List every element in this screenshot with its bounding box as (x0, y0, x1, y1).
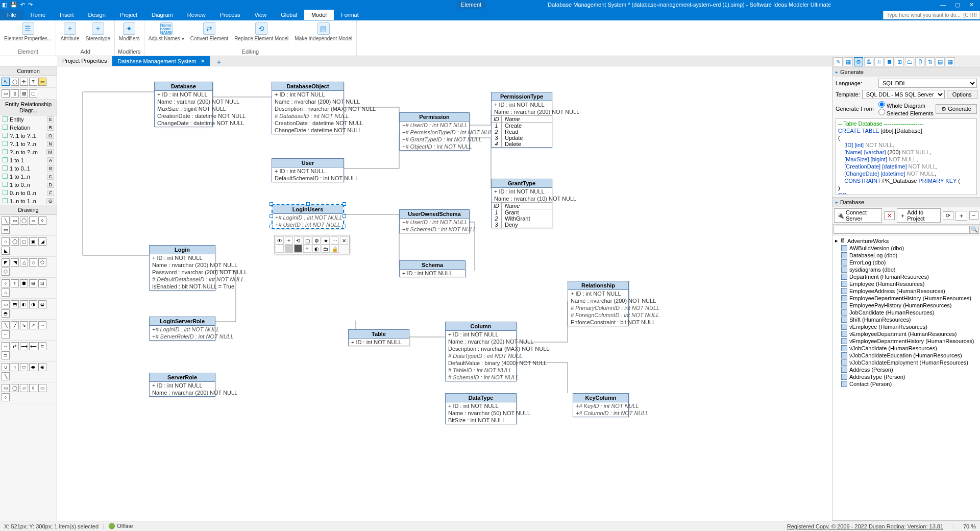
drawing-tool-icon[interactable]: ← (2, 330, 10, 339)
entity-serverrole[interactable]: ServerRole+ ID : int NOT NULLName : nvar… (149, 373, 215, 397)
close-icon[interactable]: ✕ (969, 2, 974, 8)
tab-insert[interactable]: Insert (53, 10, 81, 20)
toolbox-item[interactable]: 1..n to 1..nG (0, 197, 57, 205)
drawing-tool-icon[interactable]: ⊃ (2, 351, 10, 359)
tree-item[interactable]: Employee (HumanResources) (834, 280, 978, 287)
tree-item[interactable]: Contact (Person) (834, 380, 978, 388)
drawing-tool-icon[interactable]: ◢ (38, 237, 46, 246)
drawing-tool-icon[interactable]: ↔ (2, 342, 10, 350)
drawing-tool-icon[interactable]: ⟵ (29, 342, 37, 350)
entity-database[interactable]: Database+ ID : int NOT NULLName : varcha… (154, 82, 213, 127)
drawing-tool-icon[interactable]: ◥ (11, 258, 19, 267)
drawing-tool-icon[interactable]: ◤ (2, 258, 10, 267)
toolbox-item[interactable]: EntityE (0, 115, 57, 124)
mini-tool-icon[interactable]: ⋯ (331, 236, 339, 245)
stereotype-button[interactable]: ＋Stereotype (85, 21, 111, 42)
tab-home[interactable]: Home (23, 10, 53, 20)
entity-datatype[interactable]: DataType+ ID : int NOT NULLName : nvarch… (445, 393, 517, 424)
tree-item[interactable]: vEmployeeDepartment (HumanResources) (834, 330, 978, 337)
drawing-tool-icon[interactable]: ∪ (2, 363, 10, 371)
tree-item[interactable]: ErrorLog (dbo) (834, 259, 978, 266)
attribute-button[interactable]: ＋Attribute (59, 21, 80, 42)
tree-item[interactable]: Department (HumanResources) (834, 273, 978, 280)
entity-login[interactable]: Login+ ID : int NOT NULLName : nvarchar … (149, 245, 215, 291)
tree-item[interactable]: DatabaseLog (dbo) (834, 252, 978, 259)
mini-tool-icon[interactable] (285, 245, 293, 253)
drawing-tool-icon[interactable]: ⊡ (38, 279, 46, 287)
mini-tool-icon[interactable]: ＋ (285, 236, 293, 245)
entity-permtype[interactable]: PermissionType+ ID : int NOT NULLName : … (491, 92, 552, 148)
entity-dbobject[interactable]: DatabaseObject+ ID : int NOT NULLName : … (272, 82, 344, 134)
entity-loginserverrole[interactable]: LoginServerRole+# LoginID : int NOT NULL… (149, 317, 215, 341)
mini-tool-icon[interactable]: ⚙ (312, 236, 321, 245)
language-select[interactable]: SQL DDL (878, 79, 977, 88)
diagram-canvas[interactable]: Database+ ID : int NOT NULLName : varcha… (57, 66, 832, 521)
add-to-project-button[interactable]: ＋Add to Project (897, 208, 940, 223)
tree-item[interactable]: vEmployee (HumanResources) (834, 323, 978, 330)
maximize-icon[interactable]: ▢ (955, 2, 960, 8)
tab-diagram[interactable]: Diagram (144, 10, 180, 20)
toolbox-item[interactable]: 0..n to 0..nF (0, 189, 57, 197)
drawing-tool-icon[interactable]: △ (20, 258, 28, 267)
mini-close-icon[interactable]: ✕ (340, 236, 348, 245)
entity-loginusers[interactable]: LoginUsers+# LoginID : int NOT NULL+# Us… (272, 204, 344, 229)
db-search-button[interactable]: 🔍 (970, 226, 979, 234)
drawing-tool-icon[interactable]: ◯ (11, 237, 19, 246)
tree-item[interactable]: EmployeeDepartmentHistory (HumanResource… (834, 295, 978, 302)
drawing-tool-icon[interactable]: ▭ (2, 226, 10, 234)
tree-item[interactable]: EmployeePayHistory (HumanResources) (834, 302, 978, 309)
tree-item[interactable]: vEmployeeDepartmentHistory (HumanResourc… (834, 337, 978, 345)
tool-note-icon[interactable]: ▭ (38, 78, 46, 86)
drawing-tool-icon[interactable]: ◊ (38, 216, 46, 225)
rp-icon-db[interactable]: 🛢 (915, 57, 924, 66)
tree-item[interactable]: vJobCandidate (HumanResources) (834, 345, 978, 352)
tree-item[interactable]: EmployeeAddress (HumanResources) (834, 287, 978, 295)
drawing-tool-icon[interactable]: ◊ (29, 384, 37, 392)
mini-tool-icon[interactable] (294, 245, 302, 253)
drawing-tool-icon[interactable]: ◇ (29, 258, 37, 267)
db-search-input[interactable] (834, 226, 970, 234)
drawing-tool-icon[interactable]: ⬟ (20, 279, 28, 287)
drawing-tool-icon[interactable]: ▱ (29, 216, 37, 225)
minimize-icon[interactable]: — (940, 2, 946, 8)
drawing-tool-icon[interactable]: ⟶ (20, 342, 28, 350)
entity-granttype[interactable]: GrantType+ ID : int NOT NULLName : nvarc… (491, 179, 552, 228)
drawing-tool-icon[interactable]: ◯ (11, 384, 19, 392)
db-refresh-button[interactable]: ⟳ (943, 211, 953, 220)
toolbox-item[interactable]: 1 to 1..nC (0, 173, 57, 181)
tool-group-icon[interactable]: ▯ (11, 89, 19, 98)
options-button[interactable]: Options (947, 90, 977, 99)
tab-dbms[interactable]: Database Management System ✕ (112, 56, 210, 66)
tool-container-icon[interactable]: ▭ (2, 89, 10, 98)
tab-close-icon[interactable]: ✕ (201, 58, 205, 64)
tree-item[interactable]: AWBuildVersion (dbo) (834, 245, 978, 252)
selected-elements-radio[interactable] (878, 109, 885, 115)
drawing-tool-icon[interactable]: ○ (2, 393, 10, 401)
mini-tool-icon[interactable]: 🗀 (322, 245, 330, 253)
drawing-tool-icon[interactable]: ╲ (2, 321, 10, 329)
drawing-tool-icon[interactable]: ◑ (29, 300, 37, 308)
drawing-tool-icon[interactable]: ◉ (38, 363, 46, 371)
drawing-tool-icon[interactable]: ⬭ (20, 363, 28, 371)
rp-icon-tree[interactable]: ⊞ (895, 57, 904, 66)
toolbox-item[interactable]: ?..1 to ?..nN (0, 140, 57, 148)
rp-icon-script[interactable]: ≋ (874, 57, 884, 66)
drawing-tool-icon[interactable]: ○ (2, 279, 10, 287)
tab-global[interactable]: Global (274, 10, 304, 20)
rp-icon-grid[interactable]: ▦ (946, 57, 955, 66)
tree-item[interactable]: sysdiagrams (dbo) (834, 266, 978, 273)
drawing-tool-icon[interactable]: ▭ (2, 384, 10, 392)
tree-item[interactable]: JobCandidate (HumanResources) (834, 309, 978, 316)
template-select[interactable]: SQL DDL - MS SQL Server (862, 90, 945, 99)
database-tree[interactable]: ▸ 🛢 AdventureWorks AWBuildVersion (dbo)D… (832, 235, 980, 520)
drawing-tool-icon[interactable]: ⬒ (11, 300, 19, 308)
tool-image-icon[interactable]: ▧ (20, 89, 28, 98)
element-properties-button[interactable]: ☰Element Properties... (3, 21, 53, 42)
rp-icon-edit[interactable]: ✎ (834, 57, 843, 66)
rp-icon-folder[interactable]: 🗀 (905, 57, 914, 66)
drawing-tool-icon[interactable]: ↘ (20, 321, 28, 329)
tab-review[interactable]: Review (180, 10, 213, 20)
whole-diagram-radio[interactable] (878, 101, 885, 108)
toolbox-item[interactable]: RelationR (0, 124, 57, 132)
db-del-button[interactable]: − (969, 211, 978, 220)
